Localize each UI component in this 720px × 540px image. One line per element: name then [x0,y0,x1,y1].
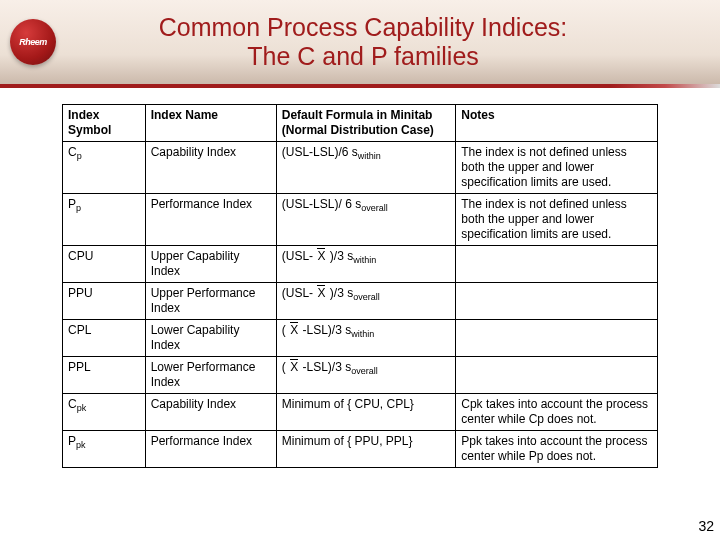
col-formula: Default Formula in Minitab (Normal Distr… [276,105,456,142]
table-row: Ppk Performance Index Minimum of { PPU, … [63,431,658,468]
cell-name: Upper Performance Index [145,283,276,320]
table-header-row: Index Symbol Index Name Default Formula … [63,105,658,142]
col-symbol: Index Symbol [63,105,146,142]
slide-body: Index Symbol Index Name Default Formula … [0,88,720,540]
cell-symbol: PPL [63,357,146,394]
cell-formula: (USL- X )/3 swithin [276,246,456,283]
header-bar: Rheem Common Process Capability Indices:… [0,0,720,88]
x-bar-icon: X [316,249,326,264]
cell-name: Capability Index [145,142,276,194]
cell-notes [456,283,658,320]
cell-formula: ( X -LSL)/3 swithin [276,320,456,357]
cell-symbol: PPU [63,283,146,320]
cell-notes: The index is not defined unless both the… [456,194,658,246]
table-row: Pp Performance Index (USL-LSL)/ 6 sovera… [63,194,658,246]
slide: Rheem Common Process Capability Indices:… [0,0,720,540]
cell-formula: ( X -LSL)/3 soverall [276,357,456,394]
cell-notes: Ppk takes into account the process cente… [456,431,658,468]
cell-formula: (USL-LSL)/6 swithin [276,142,456,194]
cell-notes: Cpk takes into account the process cente… [456,394,658,431]
cell-notes [456,357,658,394]
cell-notes [456,246,658,283]
cell-name: Lower Performance Index [145,357,276,394]
cell-notes: The index is not defined unless both the… [456,142,658,194]
cell-symbol: Ppk [63,431,146,468]
cell-formula: Minimum of { PPU, PPL} [276,431,456,468]
x-bar-icon: X [289,360,299,375]
table-row: Cp Capability Index (USL-LSL)/6 swithin … [63,142,658,194]
x-bar-icon: X [316,286,326,301]
table-row: CPL Lower Capability Index ( X -LSL)/3 s… [63,320,658,357]
col-name: Index Name [145,105,276,142]
logo-text: Rheem [19,37,47,47]
rheem-logo-icon: Rheem [10,19,56,65]
cell-name: Performance Index [145,431,276,468]
table-row: Cpk Capability Index Minimum of { CPU, C… [63,394,658,431]
title-line-1: Common Process Capability Indices: [159,13,568,41]
title-line-2: The C and P families [247,42,479,70]
x-bar-icon: X [289,323,299,338]
col-notes: Notes [456,105,658,142]
cell-name: Upper Capability Index [145,246,276,283]
title-container: Common Process Capability Indices: The C… [56,13,720,71]
cell-symbol: CPU [63,246,146,283]
cell-name: Lower Capability Index [145,320,276,357]
cell-notes [456,320,658,357]
page-number: 32 [698,518,714,534]
table-row: PPL Lower Performance Index ( X -LSL)/3 … [63,357,658,394]
table-row: PPU Upper Performance Index (USL- X )/3 … [63,283,658,320]
cell-formula: (USL-LSL)/ 6 soverall [276,194,456,246]
cell-symbol: Cp [63,142,146,194]
cell-symbol: CPL [63,320,146,357]
table-row: CPU Upper Capability Index (USL- X )/3 s… [63,246,658,283]
cell-formula: Minimum of { CPU, CPL} [276,394,456,431]
indices-table: Index Symbol Index Name Default Formula … [62,104,658,468]
cell-formula: (USL- X )/3 soverall [276,283,456,320]
cell-symbol: Cpk [63,394,146,431]
cell-name: Performance Index [145,194,276,246]
slide-title: Common Process Capability Indices: The C… [56,13,670,71]
cell-name: Capability Index [145,394,276,431]
cell-symbol: Pp [63,194,146,246]
